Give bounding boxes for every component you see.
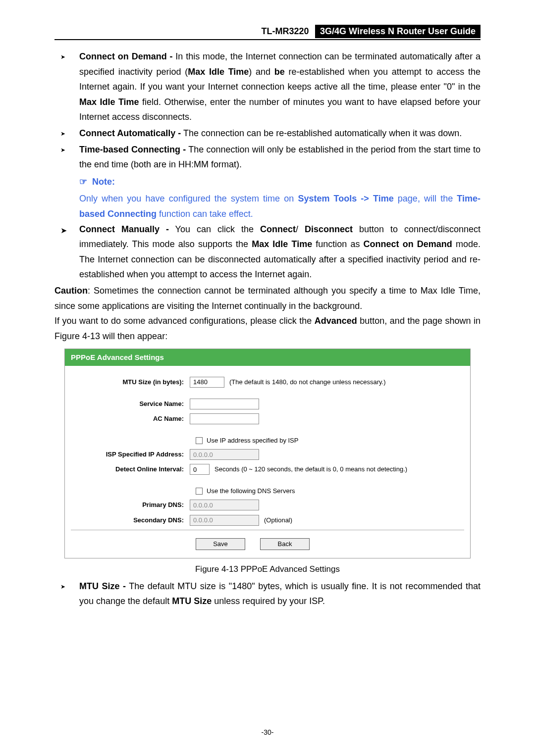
use-dns-checkbox[interactable] [196,488,203,495]
note-body: Only when you have configured the system… [54,191,481,221]
document-body: Connect on Demand - In this mode, the In… [54,49,481,609]
list-item: Connect on Demand - In this mode, the In… [54,49,481,125]
secondary-dns-hint: (Optional) [264,515,292,526]
use-dns-row: Use the following DNS Servers [196,486,464,497]
item-label: Connect Manually - [79,224,169,234]
page-header: TL-MR3220 3G/4G Wireless N Router User G… [54,25,481,40]
ac-name-label: AC Name: [71,413,190,424]
use-ip-row: Use IP address specified by ISP [196,435,464,446]
panel-buttons: Save Back [196,533,464,555]
use-ip-label: Use IP address specified by ISP [207,435,298,446]
list-item: Connect Manually - You can click the Con… [54,222,481,282]
secondary-dns-row: Secondary DNS: (Optional) [71,515,464,526]
feature-list-3: MTU Size - The default MTU size is "1480… [54,579,481,609]
note-icon: ☞ [79,177,87,187]
mtu-hint: (The default is 1480, do not change unle… [229,377,386,388]
note-label: Note: [92,177,115,187]
detect-interval-label: Detect Online Interval: [71,464,190,475]
feature-list-2: Connect Manually - You can click the Con… [54,222,481,282]
service-name-row: Service Name: [71,399,464,409]
back-button[interactable]: Back [260,538,310,550]
primary-dns-row: Primary DNS: [71,500,464,510]
doc-title: 3G/4G Wireless N Router User Guide [315,25,481,38]
service-name-label: Service Name: [71,399,190,409]
ac-name-row: AC Name: [71,413,464,424]
isp-ip-input [190,449,259,460]
item-label: Connect Automatically - [79,128,181,138]
ac-name-input[interactable] [190,413,259,424]
list-item: MTU Size - The default MTU size is "1480… [54,579,481,609]
pppoe-advanced-panel: PPPoE Advanced Settings MTU Size (in byt… [64,349,471,558]
list-item: Time-based Connecting - The connection w… [54,142,481,172]
detect-interval-row: Detect Online Interval: Seconds (0 ~ 120… [71,464,464,475]
secondary-dns-label: Secondary DNS: [71,515,190,526]
mtu-label: MTU Size (in bytes): [71,377,190,388]
secondary-dns-input [190,515,259,526]
panel-separator [71,530,464,530]
panel-body: MTU Size (in bytes): (The default is 148… [65,373,470,558]
primary-dns-input [190,500,259,510]
save-button[interactable]: Save [196,538,245,550]
primary-dns-label: Primary DNS: [71,500,190,510]
detect-interval-hint: Seconds (0 ~ 120 seconds, the default is… [214,464,407,475]
feature-list-1: Connect on Demand - In this mode, the In… [54,49,481,172]
item-label: Connect on Demand - [79,51,173,61]
list-item: Connect Automatically - The connection c… [54,126,481,141]
page-number: -30- [0,728,535,736]
detect-interval-input[interactable] [190,464,210,475]
note-heading: ☞ Note: [54,174,481,190]
caution-paragraph: Caution: Sometimes the connection cannot… [54,283,481,313]
use-ip-checkbox[interactable] [196,437,203,444]
panel-gap [65,366,470,373]
isp-ip-row: ISP Specified IP Address: [71,449,464,460]
item-label: MTU Size - [79,581,126,591]
panel-title: PPPoE Advanced Settings [65,349,470,366]
mtu-row: MTU Size (in bytes): (The default is 148… [71,377,464,388]
service-name-input[interactable] [190,399,259,409]
mtu-input[interactable] [190,377,224,388]
model-number: TL-MR3220 [258,25,313,38]
item-label: Time-based Connecting - [79,145,186,154]
isp-ip-label: ISP Specified IP Address: [71,449,190,460]
use-dns-label: Use the following DNS Servers [207,486,295,497]
advanced-paragraph: If you want to do some advanced configur… [54,313,481,344]
figure-caption: Figure 4-13 PPPoE Advanced Settings [54,562,481,577]
